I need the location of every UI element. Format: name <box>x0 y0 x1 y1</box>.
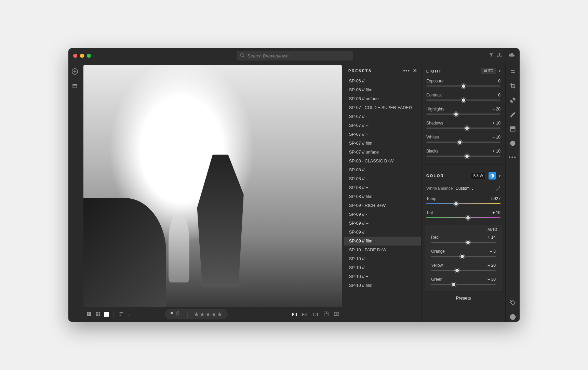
preset-item[interactable]: SP-10 - FADE B+W <box>344 246 421 254</box>
sort-icon[interactable] <box>119 311 124 318</box>
svg-rect-14 <box>99 313 100 314</box>
color-mix-auto[interactable]: AUTO <box>426 228 500 234</box>
zoom-1to1[interactable]: 1:1 <box>312 312 319 317</box>
preset-item[interactable]: SP-09 // film <box>344 237 421 246</box>
search-icon <box>240 53 245 59</box>
svg-rect-4 <box>73 85 77 88</box>
preset-item[interactable]: SP-08 // - <box>344 166 421 174</box>
more-icon[interactable]: ••• <box>403 68 410 74</box>
grid-large-icon[interactable] <box>86 311 92 318</box>
svg-point-0 <box>241 53 243 56</box>
radial-gradient-icon[interactable] <box>509 140 516 148</box>
preset-item[interactable]: SP-06 // unfade <box>344 94 421 103</box>
preset-item[interactable]: SP-07 - COLD + SUPER-FADED <box>344 103 421 112</box>
bw-toggle-button[interactable]: B & W <box>471 173 486 179</box>
mix-yellow-slider[interactable]: Yellow– 20 <box>426 262 500 276</box>
photo-preview <box>83 65 342 307</box>
flag-reject-icon[interactable] <box>176 311 181 318</box>
tint-slider[interactable]: Tint+ 19 <box>422 209 505 223</box>
add-photos-icon[interactable] <box>71 68 78 76</box>
adjust-icon[interactable] <box>509 68 516 76</box>
histogram-icon[interactable] <box>323 311 329 318</box>
svg-rect-29 <box>510 127 515 129</box>
svg-rect-9 <box>96 312 97 313</box>
svg-rect-16 <box>97 315 98 316</box>
svg-rect-7 <box>87 314 89 316</box>
flag-pick-icon[interactable] <box>170 311 175 318</box>
photo-canvas[interactable] <box>81 63 344 307</box>
preset-item[interactable]: SP-07 // film <box>344 139 421 148</box>
mix-red-slider[interactable]: Red+ 14 <box>426 234 500 248</box>
zoom-fill[interactable]: Fill <box>302 312 308 317</box>
preset-list: SP-06 // +SP-06 // filmSP-06 // unfadeSP… <box>344 77 421 322</box>
filter-icon[interactable] <box>489 53 494 59</box>
preset-item[interactable]: SP-10 // - <box>344 254 421 263</box>
crop-icon[interactable] <box>509 82 516 91</box>
more-icon[interactable]: ••• <box>509 154 517 160</box>
preset-item[interactable]: SP-08 // -- <box>344 174 421 183</box>
light-exposure-slider[interactable]: Exposure0 <box>422 77 505 91</box>
light-highlights-slider[interactable]: Highlights– 20 <box>422 105 505 119</box>
light-shadows-slider[interactable]: Shadows+ 10 <box>422 119 505 133</box>
light-contrast-slider[interactable]: Contrast0 <box>422 91 505 105</box>
wb-dropdown[interactable]: Custom ⌄ <box>455 186 474 191</box>
mix-green-slider[interactable]: Green– 30 <box>426 276 500 290</box>
preset-item[interactable]: SP-07 // + <box>344 130 421 139</box>
preset-item[interactable]: SP-08 // + <box>344 183 421 192</box>
app-window: Search Brewerytown <box>68 48 520 322</box>
tag-icon[interactable] <box>509 299 516 307</box>
light-whites-slider[interactable]: Whites– 10 <box>422 133 505 147</box>
color-profile-button[interactable] <box>489 172 496 180</box>
close-window-button[interactable] <box>73 54 77 58</box>
presets-footer-button[interactable]: Presets <box>422 291 505 305</box>
preset-item[interactable]: SP-10 // + <box>344 272 421 281</box>
light-blacks-slider[interactable]: Blacks+ 10 <box>422 147 505 161</box>
eyedropper-icon[interactable] <box>495 185 500 191</box>
svg-rect-27 <box>510 100 513 103</box>
close-icon[interactable]: ✕ <box>413 67 417 74</box>
chevron-down-icon[interactable]: ▾ <box>499 174 500 178</box>
rating-pill: ★★★★★ <box>165 309 228 319</box>
share-icon[interactable] <box>496 52 503 60</box>
archive-icon[interactable] <box>71 82 78 91</box>
info-icon[interactable] <box>509 314 516 322</box>
preset-item[interactable]: SP-07 // unfade <box>344 148 421 157</box>
compare-icon[interactable] <box>334 311 339 318</box>
grid-small-icon[interactable] <box>95 311 101 318</box>
chevron-down-icon[interactable]: ⌄ <box>128 312 131 317</box>
svg-line-1 <box>243 56 244 57</box>
minimize-window-button[interactable] <box>80 54 84 58</box>
preset-item[interactable]: SP-09 // -- <box>344 219 421 228</box>
right-rail: ••• <box>505 63 520 322</box>
fullscreen-window-button[interactable] <box>87 54 91 58</box>
preset-item[interactable]: SP-08 - CLASSIC B+W <box>344 157 421 166</box>
cloud-icon[interactable] <box>509 52 515 60</box>
preset-item[interactable]: SP-06 // film <box>344 85 421 94</box>
search-input[interactable]: Search Brewerytown <box>237 51 353 61</box>
preset-item[interactable]: SP-10 // -- <box>344 263 421 272</box>
svg-rect-3 <box>72 84 77 85</box>
svg-rect-10 <box>97 312 98 313</box>
chevron-down-icon[interactable]: ▾ <box>499 69 500 73</box>
preset-item[interactable]: SP-07 // -- <box>344 121 421 130</box>
mix-orange-slider[interactable]: Orange– 3 <box>426 248 500 262</box>
preset-item[interactable]: SP-08 // film <box>344 192 421 201</box>
preset-item[interactable]: SP-07 // - <box>344 112 421 121</box>
star-rating[interactable]: ★★★★★ <box>194 311 223 318</box>
preset-item[interactable]: SP-09 // - <box>344 210 421 219</box>
heal-icon[interactable] <box>509 97 516 105</box>
color-title: COLOR <box>426 174 444 178</box>
preset-item[interactable]: SP-09 // + <box>344 228 421 237</box>
titlebar: Search Brewerytown <box>68 48 520 63</box>
linear-gradient-icon[interactable] <box>509 125 516 134</box>
preset-item[interactable]: SP-10 // film <box>344 281 421 290</box>
single-view-icon[interactable] <box>104 312 109 317</box>
light-auto-button[interactable]: AUTO <box>481 68 496 74</box>
zoom-fit[interactable]: Fit <box>292 312 297 317</box>
brush-icon[interactable] <box>509 111 516 119</box>
svg-rect-17 <box>99 315 100 316</box>
presets-panel: PRESETS ••• ✕ SP-06 // +SP-06 // filmSP-… <box>344 63 421 322</box>
preset-item[interactable]: SP-09 - RICH B+W <box>344 201 421 210</box>
preset-item[interactable]: SP-06 // + <box>344 77 421 85</box>
temp-slider[interactable]: Temp5927 <box>422 195 505 209</box>
